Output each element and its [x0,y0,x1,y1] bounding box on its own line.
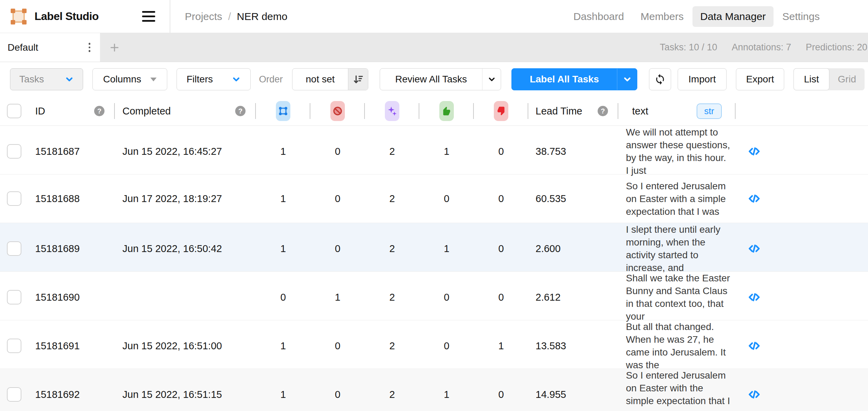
column-header-accepted[interactable] [419,97,474,126]
column-header-completed[interactable]: Completed ? [115,97,256,126]
nav-dashboard[interactable]: Dashboard [566,6,632,27]
nav-members[interactable]: Members [633,6,691,27]
accepted-cell: 0 [419,174,474,223]
table-row[interactable]: 15181692 Jun 15 2022, 16:51:15 1 0 2 1 0… [0,369,868,411]
task-id-cell: 15181691 [30,320,115,371]
refresh-button[interactable] [649,68,671,90]
row-spacer [772,126,868,177]
annotations-cell: 1 [256,320,310,371]
row-spacer [772,320,868,371]
grid-view-toggle[interactable]: Grid [829,74,865,85]
source-code-icon[interactable] [748,192,761,205]
order-label: Order [259,74,283,85]
table-row[interactable]: 15181687 Jun 15 2022, 16:45:27 1 0 2 1 0… [0,126,868,174]
column-header-rejected[interactable] [474,97,528,126]
table-row[interactable]: 15181691 Jun 15 2022, 16:51:00 1 0 2 0 1… [0,320,868,369]
breadcrumb-projects[interactable]: Projects [185,11,222,22]
table-header-row: ID ? Completed ? [0,97,868,126]
table-row[interactable]: 15181689 Jun 15 2022, 16:50:42 1 0 2 1 0… [0,223,868,272]
row-checkbox[interactable] [7,241,21,256]
column-label-id: ID [35,106,45,117]
task-text-cell: So I entered Jerusalem on Easter with a … [618,174,736,223]
chevron-down-icon [65,75,74,84]
column-header-text[interactable]: text str [618,97,736,126]
source-code-icon[interactable] [748,291,761,304]
nav-settings[interactable]: Settings [775,6,827,27]
table-body: 15181687 Jun 15 2022, 16:45:27 1 0 2 1 0… [0,126,868,411]
app-title: Label Studio [34,10,99,23]
column-header-annotations[interactable] [256,97,310,126]
chevron-down-icon [488,75,496,83]
predictions-cell: 2 [365,174,419,223]
annotations-cell: 0 [256,272,310,323]
data-manager-toolbar: Tasks Columns Filters Order not set Revi… [0,62,868,97]
row-checkbox[interactable] [7,144,21,159]
label-all-tasks-button[interactable]: Label All Tasks [511,68,637,90]
hamburger-menu-icon[interactable] [140,9,157,24]
row-spacer [772,272,868,323]
chevron-down-icon [623,75,632,84]
table-row[interactable]: 15181690 0 1 2 0 0 2.612 Shall we take t… [0,272,868,320]
import-button[interactable]: Import [678,68,727,90]
export-button[interactable]: Export [736,68,784,90]
annotations-cell: 1 [256,223,310,274]
cancelled-cell: 0 [310,320,365,371]
task-id-cell: 15181688 [30,174,115,223]
annotations-cell: 1 [256,174,310,223]
import-label: Import [688,74,716,85]
tab-default-label: Default [8,42,87,53]
lead-time-cell: 60.535 [528,174,618,223]
column-header-predictions[interactable] [365,97,419,126]
nav-data-manager[interactable]: Data Manager [692,6,773,27]
predictions-cell: 2 [365,272,419,323]
refresh-icon [654,73,666,85]
order-value-button[interactable]: not set [292,68,368,90]
annotations-icon [276,101,290,121]
column-header-cancelled[interactable] [310,97,365,126]
column-header-id[interactable]: ID ? [30,97,115,126]
select-all-checkbox[interactable] [7,104,21,118]
lead-time-cell: 2.600 [528,223,618,274]
column-label-completed: Completed [122,106,171,117]
row-checkbox[interactable] [7,191,21,206]
column-header-source [736,97,772,126]
project-nav: Dashboard Members Data Manager Settings [566,6,868,27]
source-code-icon[interactable] [748,388,761,401]
tasks-dropdown[interactable]: Tasks [10,68,83,90]
help-icon[interactable]: ? [598,106,608,116]
review-all-tasks-button[interactable]: Review All Tasks [380,68,501,90]
sort-direction-button[interactable] [348,69,368,90]
rejected-cell: 0 [474,272,528,323]
source-code-icon[interactable] [748,242,761,255]
columns-dropdown[interactable]: Columns [92,68,167,90]
tab-options-kebab-icon[interactable] [87,41,93,54]
list-view-toggle[interactable]: List [794,68,829,90]
help-icon[interactable]: ? [235,106,246,116]
filters-dropdown[interactable]: Filters [177,68,251,90]
accepted-cell: 0 [419,320,474,371]
row-checkbox[interactable] [7,290,21,304]
source-code-icon[interactable] [748,339,761,352]
task-completed-cell [115,272,256,323]
tasks-dropdown-label: Tasks [19,74,44,85]
column-header-lead-time[interactable]: Lead Time ? [528,97,618,126]
label-all-tasks-label: Label All Tasks [512,74,617,85]
add-tab-button[interactable] [105,38,124,57]
task-completed-cell: Jun 15 2022, 16:51:00 [115,320,256,371]
label-studio-logo[interactable] [10,8,27,25]
task-text-cell: We will not attempt to answer these ques… [618,126,736,177]
row-checkbox[interactable] [7,387,21,402]
thumbs-down-icon [494,101,508,121]
tab-default[interactable]: Default [0,33,100,62]
table-row[interactable]: 15181688 Jun 17 2022, 18:19:27 1 0 2 0 0… [0,174,868,223]
source-code-icon[interactable] [748,145,761,158]
label-dropdown-toggle[interactable] [617,69,637,90]
help-icon[interactable]: ? [94,106,104,116]
accepted-cell: 1 [419,126,474,177]
predictions-cell: 2 [365,320,419,371]
row-checkbox[interactable] [7,339,21,353]
thumbs-up-icon [439,101,454,121]
review-dropdown-toggle[interactable] [482,69,501,90]
project-stats: Tasks: 10 / 10 Annotations: 7 Prediction… [660,33,868,62]
view-mode-toggle: List Grid [794,68,865,90]
